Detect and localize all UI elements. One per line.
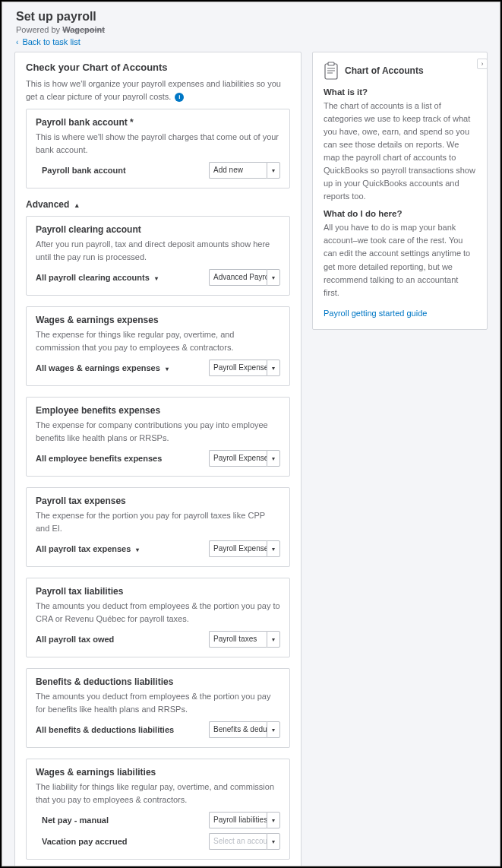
tax-liab-select[interactable]: Payroll taxes ▾ — [209, 631, 280, 648]
clipboard-icon — [324, 62, 339, 80]
main-panel: Check your Chart of Accounts This is how… — [14, 52, 302, 866]
benefits-expenses-card: Employee benefits expenses The expense f… — [26, 397, 290, 477]
close-icon[interactable]: › — [477, 59, 488, 69]
clearing-account-card: Payroll clearing account After you run p… — [26, 216, 290, 296]
info-icon[interactable]: i — [175, 93, 184, 102]
benefits-exp-select-value[interactable]: Payroll Expenses:C — [209, 450, 267, 467]
clearing-title: Payroll clearing account — [36, 224, 280, 235]
wages-liab-desc: The liability for things like regular pa… — [36, 781, 280, 806]
caret-down-icon[interactable]: ▾ — [267, 162, 280, 179]
ben-liab-row-label: All benefits & deductions liabilities — [36, 725, 203, 734]
chevron-left-icon: ‹ — [16, 38, 18, 46]
clearing-row-label[interactable]: All payroll clearing accounts ▾ — [36, 273, 203, 282]
clearing-select[interactable]: Advanced Payroll c ▾ — [209, 269, 280, 286]
powered-by: Powered by Wagepoint — [16, 25, 486, 34]
wages-liabilities-card: Wages & earnings liabilities The liabili… — [26, 759, 290, 860]
wages-expenses-card: Wages & earnings expenses The expense fo… — [26, 306, 290, 386]
caret-down-icon[interactable]: ▾ — [267, 812, 280, 828]
benefits-liabilities-card: Benefits & deductions liabilities The am… — [26, 668, 290, 748]
caret-down-icon[interactable]: ▾ — [267, 721, 280, 738]
chevron-up-icon: ▴ — [75, 201, 79, 209]
benefits-exp-row-label: All employee benefits expenses — [36, 454, 203, 463]
tax-expenses-card: Payroll tax expenses The expense for the… — [26, 487, 290, 567]
vacation-select-placeholder[interactable]: Select an account — [209, 833, 267, 850]
tax-liabilities-card: Payroll tax liabilities The amounts you … — [26, 578, 290, 657]
help-a1: The chart of accounts is a list of categ… — [324, 100, 476, 203]
tax-exp-desc: The expense for the portion you pay for … — [36, 509, 280, 534]
chevron-down-icon: ▾ — [155, 275, 158, 282]
wages-exp-row-label[interactable]: All wages & earnings expenses ▾ — [36, 363, 203, 372]
vacation-select[interactable]: Select an account ▾ — [209, 833, 280, 850]
wages-exp-select-value[interactable]: Payroll Expenses:V — [209, 360, 267, 376]
benefits-exp-title: Employee benefits expenses — [36, 405, 280, 416]
wages-exp-title: Wages & earnings expenses — [36, 315, 280, 325]
tax-exp-select[interactable]: Payroll Expenses:T ▾ — [209, 540, 280, 557]
payroll-bank-account-card: Payroll bank account * This is where we'… — [26, 109, 290, 188]
bank-row-label: Payroll bank account — [42, 166, 203, 175]
svg-rect-1 — [328, 62, 334, 65]
svg-rect-0 — [325, 64, 337, 79]
caret-down-icon[interactable]: ▾ — [267, 631, 280, 648]
tax-exp-select-value[interactable]: Payroll Expenses:T — [209, 540, 267, 557]
tax-liab-title: Payroll tax liabilities — [36, 586, 280, 597]
caret-down-icon[interactable]: ▾ — [267, 833, 280, 850]
getting-started-link[interactable]: Payroll getting started guide — [324, 309, 427, 318]
caret-down-icon[interactable]: ▾ — [267, 269, 280, 286]
help-panel: › Chart of Accounts What is it? The char… — [312, 52, 488, 330]
wages-exp-desc: The expense for things like regular pay,… — [36, 328, 280, 353]
caret-down-icon[interactable]: ▾ — [267, 450, 280, 467]
tax-liab-desc: The amounts you deduct from employees & … — [36, 600, 280, 625]
help-panel-title: Chart of Accounts — [345, 65, 424, 76]
back-to-task-list-link[interactable]: ‹ Back to task list — [16, 37, 81, 46]
benefits-exp-desc: The expense for company contributions yo… — [36, 419, 280, 444]
tax-liab-row-label: All payroll tax owed — [36, 635, 203, 644]
help-q2: What do I do here? — [324, 209, 476, 218]
ben-liab-select[interactable]: Benefits & deducti ▾ — [209, 721, 280, 738]
benefits-exp-select[interactable]: Payroll Expenses:C ▾ — [209, 450, 280, 467]
netpay-select[interactable]: Payroll liabilities ▾ — [209, 812, 280, 828]
wages-liab-title: Wages & earnings liabilities — [36, 767, 280, 778]
bank-card-title: Payroll bank account * — [36, 117, 280, 128]
ben-liab-title: Benefits & deductions liabilities — [36, 676, 280, 687]
advanced-toggle[interactable]: Advanced ▴ — [15, 199, 301, 216]
netpay-select-value[interactable]: Payroll liabilities — [209, 812, 267, 828]
coa-intro: This is how we'll organize your payroll … — [26, 78, 290, 103]
help-a2: All you have to do is map your bank acco… — [324, 221, 476, 299]
caret-down-icon[interactable]: ▾ — [267, 360, 280, 376]
chevron-down-icon: ▾ — [136, 546, 139, 553]
bank-card-desc: This is where we'll show the payroll cha… — [36, 131, 280, 156]
tax-liab-select-value[interactable]: Payroll taxes — [209, 631, 267, 648]
bank-account-select[interactable]: Add new ▾ — [209, 162, 280, 179]
netpay-row-label: Net pay - manual — [42, 816, 203, 825]
clearing-select-value[interactable]: Advanced Payroll c — [209, 269, 267, 286]
bank-account-select-value[interactable]: Add new — [209, 162, 267, 179]
ben-liab-desc: The amounts you deduct from employees & … — [36, 690, 280, 715]
tax-exp-title: Payroll tax expenses — [36, 496, 280, 506]
wagepoint-logo: Wagepoint — [62, 25, 105, 34]
caret-down-icon[interactable]: ▾ — [267, 540, 280, 557]
vacation-row-label: Vacation pay accrued — [42, 837, 203, 846]
clearing-desc: After you run payroll, tax and direct de… — [36, 238, 280, 263]
ben-liab-select-value[interactable]: Benefits & deducti — [209, 721, 267, 738]
coa-section-title: Check your Chart of Accounts — [26, 62, 290, 73]
chevron-down-icon: ▾ — [166, 366, 169, 372]
page-title: Set up payroll — [16, 10, 486, 24]
help-q1: What is it? — [324, 87, 476, 97]
tax-exp-row-label[interactable]: All payroll tax expenses ▾ — [36, 544, 203, 553]
wages-exp-select[interactable]: Payroll Expenses:V ▾ — [209, 360, 280, 376]
